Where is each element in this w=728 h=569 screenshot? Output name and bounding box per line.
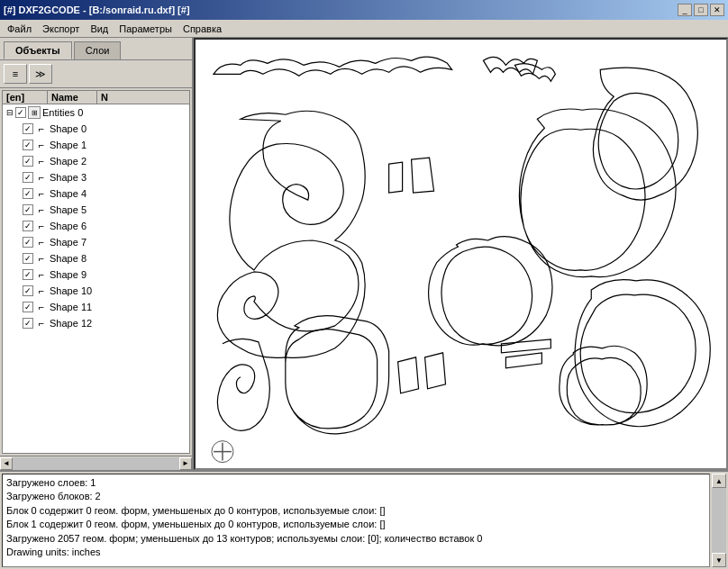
tree-container[interactable]: [en] Name N ⊟ ✓ ⊞ Entities 0 ✓ ⌐ Shape <box>2 90 190 454</box>
shape5-num: 5 <box>81 204 86 215</box>
shape9-icon: ⌐ <box>35 268 48 281</box>
status-line-4: Блок 1 содержит 0 геом. форм, уменьшеных… <box>6 518 705 531</box>
tree-item-shape-12[interactable]: ✓ ⌐ Shape 12 <box>3 315 189 331</box>
shape0-icon: ⌐ <box>35 122 48 135</box>
tree-item-shape-0[interactable]: ✓ ⌐ Shape 0 <box>3 121 189 137</box>
shape6-num: 6 <box>81 221 86 231</box>
left-panel: Объекты Слои ≡ ≫ [en] Name N ⊟ ✓ ⊞ <box>0 38 194 470</box>
status-text-area: Загружено слоев: 1 Загружено блоков: 2 Б… <box>2 474 710 567</box>
shape9-num: 9 <box>81 269 86 280</box>
shape12-checkbox[interactable]: ✓ <box>23 318 33 329</box>
shape11-label: Shape <box>50 302 78 312</box>
tree-item-shape-4[interactable]: ✓ ⌐ Shape 4 <box>3 185 189 202</box>
menu-file[interactable]: Файл <box>2 22 37 36</box>
entities-label: Entities <box>42 107 75 118</box>
shape1-label: Shape <box>50 140 78 150</box>
shape11-checkbox[interactable]: ✓ <box>23 302 33 312</box>
shape7-label: Shape <box>50 237 78 248</box>
shape1-checkbox[interactable]: ✓ <box>23 140 33 150</box>
shape5-label: Shape <box>50 204 78 215</box>
shape10-checkbox[interactable]: ✓ <box>23 285 33 296</box>
shape4-checkbox[interactable]: ✓ <box>23 188 33 199</box>
shape4-num: 4 <box>81 188 86 199</box>
shape10-label: Shape <box>50 285 78 296</box>
tree-item-shape-11[interactable]: ✓ ⌐ Shape 11 <box>3 299 189 315</box>
title-bar-buttons: _ □ ✕ <box>678 4 724 16</box>
menu-help[interactable]: Справка <box>177 22 227 36</box>
left-toolbar: ≡ ≫ <box>0 60 192 88</box>
shape6-icon: ⌐ <box>35 220 48 232</box>
menu-params[interactable]: Параметры <box>114 22 177 36</box>
canvas-area[interactable] <box>194 38 728 470</box>
shape1-num: 1 <box>81 140 86 150</box>
tree-item-shape-10[interactable]: ✓ ⌐ Shape 10 <box>3 283 189 299</box>
shape7-icon: ⌐ <box>35 236 48 248</box>
shape8-num: 8 <box>81 253 86 264</box>
shape4-label: Shape <box>50 188 78 199</box>
scroll-up-button[interactable]: ▲ <box>712 474 726 488</box>
status-scrollbar[interactable]: ▲ ▼ <box>712 474 726 567</box>
shape9-label: Shape <box>50 269 78 280</box>
shape3-checkbox[interactable]: ✓ <box>23 172 33 183</box>
shape10-icon: ⌐ <box>35 284 48 297</box>
tree-horizontal-scrollbar[interactable]: ◄ ► <box>0 456 192 470</box>
tree-item-shape-1[interactable]: ✓ ⌐ Shape 1 <box>3 137 189 153</box>
tree-header-lang: [en] <box>3 91 48 104</box>
tab-bar: Объекты Слои <box>0 38 192 60</box>
shape3-label: Shape <box>50 172 78 183</box>
close-button[interactable]: ✕ <box>710 4 724 16</box>
shape11-icon: ⌐ <box>35 301 48 313</box>
maximize-button[interactable]: □ <box>694 4 708 16</box>
shape3-num: 3 <box>81 172 86 183</box>
entities-checkbox[interactable]: ✓ <box>15 107 26 118</box>
shape8-label: Shape <box>50 253 78 264</box>
shape0-label: Shape <box>50 123 78 134</box>
tab-layers[interactable]: Слои <box>74 41 122 59</box>
shape4-icon: ⌐ <box>35 187 48 200</box>
shape2-label: Shape <box>50 156 78 167</box>
tree-item-shape-6[interactable]: ✓ ⌐ Shape 6 <box>3 218 189 234</box>
minimize-button[interactable]: _ <box>678 4 692 16</box>
shape8-checkbox[interactable]: ✓ <box>23 253 33 264</box>
shape2-icon: ⌐ <box>35 155 48 167</box>
menu-view[interactable]: Вид <box>85 22 114 36</box>
shape7-checkbox[interactable]: ✓ <box>23 237 33 248</box>
status-line-2: Загружено блоков: 2 <box>6 490 705 503</box>
tree-item-shape-2[interactable]: ✓ ⌐ Shape 2 <box>3 153 189 169</box>
tab-objects[interactable]: Объекты <box>4 41 72 59</box>
tree-header-num: N <box>97 91 120 104</box>
content-area: Объекты Слои ≡ ≫ [en] Name N ⊟ ✓ ⊞ <box>0 38 728 470</box>
tree-item-entities[interactable]: ⊟ ✓ ⊞ Entities 0 <box>3 104 189 121</box>
menu-export[interactable]: Экспорт <box>37 22 85 36</box>
entities-icon: ⊞ <box>28 106 41 119</box>
status-line-6: Drawing units: inches <box>6 546 705 559</box>
scroll-down-button[interactable]: ▼ <box>712 553 726 567</box>
shape2-checkbox[interactable]: ✓ <box>23 156 33 167</box>
shape0-checkbox[interactable]: ✓ <box>23 123 33 134</box>
tree-item-shape-7[interactable]: ✓ ⌐ Shape 7 <box>3 234 189 250</box>
shape2-num: 2 <box>81 156 86 167</box>
expand-icon: ⊟ <box>6 108 14 117</box>
scroll-right-button[interactable]: ► <box>179 457 192 470</box>
tree-item-shape-5[interactable]: ✓ ⌐ Shape 5 <box>3 202 189 218</box>
shape0-num: 0 <box>81 123 86 134</box>
status-line-5: Загружено 2057 геом. форм; уменьшеных до… <box>6 532 705 546</box>
scroll-track-vertical[interactable] <box>712 488 726 553</box>
status-line-3: Блок 0 содержит 0 геом. форм, уменьшеных… <box>6 504 705 518</box>
tree-item-shape-3[interactable]: ✓ ⌐ Shape 3 <box>3 169 189 185</box>
shape5-checkbox[interactable]: ✓ <box>23 204 33 215</box>
list-button[interactable]: ≡ <box>4 64 27 84</box>
shape5-icon: ⌐ <box>35 203 48 216</box>
tree-item-shape-8[interactable]: ✓ ⌐ Shape 8 <box>3 250 189 266</box>
tree-item-shape-9[interactable]: ✓ ⌐ Shape 9 <box>3 266 189 283</box>
entities-num: 0 <box>77 107 83 118</box>
shape6-checkbox[interactable]: ✓ <box>23 221 33 231</box>
shape3-icon: ⌐ <box>35 171 48 184</box>
status-line-1: Загружено слоев: 1 <box>6 476 705 490</box>
shape9-checkbox[interactable]: ✓ <box>23 269 33 280</box>
scroll-left-button[interactable]: ◄ <box>0 457 13 470</box>
scroll-track[interactable] <box>13 457 179 470</box>
shape12-icon: ⌐ <box>35 317 48 330</box>
shape10-num: 10 <box>81 285 92 296</box>
export-button[interactable]: ≫ <box>29 64 52 84</box>
